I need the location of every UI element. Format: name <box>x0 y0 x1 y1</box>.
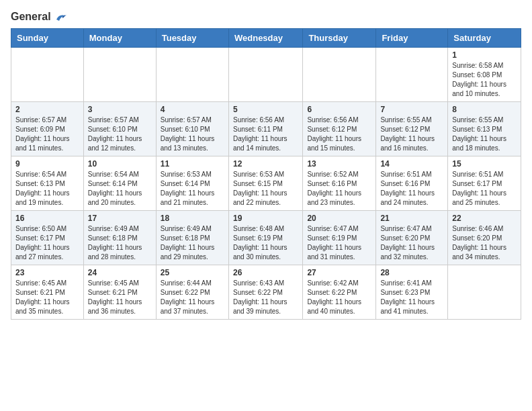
calendar-day-empty <box>448 265 521 319</box>
day-number: 16 <box>15 214 79 223</box>
day-info: Sunrise: 6:54 AM Sunset: 6:14 PM Dayligh… <box>88 170 152 208</box>
day-info: Sunrise: 6:49 AM Sunset: 6:18 PM Dayligh… <box>161 224 224 262</box>
day-info: Sunrise: 6:49 AM Sunset: 6:18 PM Dayligh… <box>88 224 152 262</box>
day-info: Sunrise: 6:51 AM Sunset: 6:16 PM Dayligh… <box>380 170 443 208</box>
calendar-day-empty <box>376 47 448 101</box>
calendar-day-13: 13Sunrise: 6:52 AM Sunset: 6:16 PM Dayli… <box>303 156 376 210</box>
calendar-day-8: 8Sunrise: 6:55 AM Sunset: 6:13 PM Daylig… <box>448 101 521 156</box>
day-info: Sunrise: 6:55 AM Sunset: 6:12 PM Dayligh… <box>380 116 443 153</box>
day-info: Sunrise: 6:51 AM Sunset: 6:17 PM Dayligh… <box>452 170 517 208</box>
calendar-day-25: 25Sunrise: 6:44 AM Sunset: 6:22 PM Dayli… <box>156 265 228 319</box>
day-number: 18 <box>161 214 224 223</box>
calendar-day-18: 18Sunrise: 6:49 AM Sunset: 6:18 PM Dayli… <box>156 210 228 265</box>
day-number: 11 <box>161 159 224 169</box>
day-info: Sunrise: 6:43 AM Sunset: 6:22 PM Dayligh… <box>233 279 298 316</box>
calendar-day-2: 2Sunrise: 6:57 AM Sunset: 6:09 PM Daylig… <box>11 101 84 156</box>
calendar-week-row: 16Sunrise: 6:50 AM Sunset: 6:17 PM Dayli… <box>11 210 521 265</box>
day-info: Sunrise: 6:56 AM Sunset: 6:12 PM Dayligh… <box>307 116 371 153</box>
calendar-day-empty <box>11 47 84 101</box>
calendar-day-15: 15Sunrise: 6:51 AM Sunset: 6:17 PM Dayli… <box>448 156 521 210</box>
day-info: Sunrise: 6:53 AM Sunset: 6:14 PM Dayligh… <box>161 170 224 208</box>
calendar-day-20: 20Sunrise: 6:47 AM Sunset: 6:19 PM Dayli… <box>303 210 376 265</box>
calendar-day-10: 10Sunrise: 6:54 AM Sunset: 6:14 PM Dayli… <box>83 156 156 210</box>
day-number: 9 <box>15 159 79 169</box>
calendar-day-9: 9Sunrise: 6:54 AM Sunset: 6:13 PM Daylig… <box>11 156 84 210</box>
day-info: Sunrise: 6:56 AM Sunset: 6:11 PM Dayligh… <box>233 116 298 153</box>
day-info: Sunrise: 6:58 AM Sunset: 6:08 PM Dayligh… <box>452 61 517 99</box>
day-info: Sunrise: 6:44 AM Sunset: 6:22 PM Dayligh… <box>161 279 224 316</box>
day-number: 6 <box>307 105 371 114</box>
day-number: 1 <box>452 50 517 60</box>
calendar-day-17: 17Sunrise: 6:49 AM Sunset: 6:18 PM Dayli… <box>83 210 156 265</box>
calendar-week-row: 9Sunrise: 6:54 AM Sunset: 6:13 PM Daylig… <box>11 156 521 210</box>
day-number: 5 <box>233 105 298 114</box>
day-number: 17 <box>88 214 152 223</box>
weekday-header-sunday: Sunday <box>11 28 84 47</box>
calendar-week-row: 1Sunrise: 6:58 AM Sunset: 6:08 PM Daylig… <box>11 47 521 101</box>
day-number: 10 <box>88 159 152 169</box>
day-info: Sunrise: 6:53 AM Sunset: 6:15 PM Dayligh… <box>233 170 298 208</box>
calendar-day-23: 23Sunrise: 6:45 AM Sunset: 6:21 PM Dayli… <box>11 265 84 319</box>
calendar-day-4: 4Sunrise: 6:57 AM Sunset: 6:10 PM Daylig… <box>156 101 228 156</box>
calendar-day-28: 28Sunrise: 6:41 AM Sunset: 6:23 PM Dayli… <box>376 265 448 319</box>
day-info: Sunrise: 6:54 AM Sunset: 6:13 PM Dayligh… <box>15 170 79 208</box>
day-number: 13 <box>307 159 371 169</box>
day-info: Sunrise: 6:45 AM Sunset: 6:21 PM Dayligh… <box>88 279 152 316</box>
calendar-day-7: 7Sunrise: 6:55 AM Sunset: 6:12 PM Daylig… <box>376 101 448 156</box>
day-info: Sunrise: 6:42 AM Sunset: 6:22 PM Dayligh… <box>307 279 371 316</box>
calendar-day-empty <box>228 47 302 101</box>
day-number: 26 <box>233 268 298 277</box>
day-number: 24 <box>88 268 152 277</box>
day-number: 20 <box>307 214 371 223</box>
day-info: Sunrise: 6:50 AM Sunset: 6:17 PM Dayligh… <box>15 224 79 262</box>
calendar-day-3: 3Sunrise: 6:57 AM Sunset: 6:10 PM Daylig… <box>83 101 156 156</box>
calendar-day-empty <box>83 47 156 101</box>
day-info: Sunrise: 6:57 AM Sunset: 6:10 PM Dayligh… <box>88 116 152 153</box>
calendar-day-27: 27Sunrise: 6:42 AM Sunset: 6:22 PM Dayli… <box>303 265 376 319</box>
logo: General <box>11 11 67 23</box>
calendar-day-empty <box>156 47 228 101</box>
calendar-day-11: 11Sunrise: 6:53 AM Sunset: 6:14 PM Dayli… <box>156 156 228 210</box>
calendar-day-empty <box>303 47 376 101</box>
calendar-day-19: 19Sunrise: 6:48 AM Sunset: 6:19 PM Dayli… <box>228 210 302 265</box>
day-number: 3 <box>88 105 152 114</box>
day-info: Sunrise: 6:41 AM Sunset: 6:23 PM Dayligh… <box>380 279 443 316</box>
day-info: Sunrise: 6:45 AM Sunset: 6:21 PM Dayligh… <box>15 279 79 316</box>
day-number: 27 <box>307 268 371 277</box>
calendar-day-16: 16Sunrise: 6:50 AM Sunset: 6:17 PM Dayli… <box>11 210 84 265</box>
calendar-day-24: 24Sunrise: 6:45 AM Sunset: 6:21 PM Dayli… <box>83 265 156 319</box>
day-number: 12 <box>233 159 298 169</box>
weekday-header-monday: Monday <box>83 28 156 47</box>
calendar-week-row: 2Sunrise: 6:57 AM Sunset: 6:09 PM Daylig… <box>11 101 521 156</box>
day-number: 7 <box>380 105 443 114</box>
day-info: Sunrise: 6:52 AM Sunset: 6:16 PM Dayligh… <box>307 170 371 208</box>
day-info: Sunrise: 6:48 AM Sunset: 6:19 PM Dayligh… <box>233 224 298 262</box>
day-info: Sunrise: 6:47 AM Sunset: 6:19 PM Dayligh… <box>307 224 371 262</box>
day-number: 25 <box>161 268 224 277</box>
day-number: 15 <box>452 159 517 169</box>
logo-bird-icon <box>55 13 67 22</box>
day-number: 22 <box>452 214 517 223</box>
weekday-header-thursday: Thursday <box>303 28 376 47</box>
calendar-day-14: 14Sunrise: 6:51 AM Sunset: 6:16 PM Dayli… <box>376 156 448 210</box>
day-number: 4 <box>161 105 224 114</box>
day-info: Sunrise: 6:57 AM Sunset: 6:09 PM Dayligh… <box>15 116 79 153</box>
day-info: Sunrise: 6:46 AM Sunset: 6:20 PM Dayligh… <box>452 224 517 262</box>
calendar-header-row: SundayMondayTuesdayWednesdayThursdayFrid… <box>11 28 521 47</box>
calendar-day-5: 5Sunrise: 6:56 AM Sunset: 6:11 PM Daylig… <box>228 101 302 156</box>
weekday-header-wednesday: Wednesday <box>228 28 302 47</box>
day-number: 14 <box>380 159 443 169</box>
calendar-day-22: 22Sunrise: 6:46 AM Sunset: 6:20 PM Dayli… <box>448 210 521 265</box>
day-number: 21 <box>380 214 443 223</box>
day-number: 28 <box>380 268 443 277</box>
calendar-body: 1Sunrise: 6:58 AM Sunset: 6:08 PM Daylig… <box>11 47 521 319</box>
day-info: Sunrise: 6:57 AM Sunset: 6:10 PM Dayligh… <box>161 116 224 153</box>
calendar-day-21: 21Sunrise: 6:47 AM Sunset: 6:20 PM Dayli… <box>376 210 448 265</box>
calendar-table: SundayMondayTuesdayWednesdayThursdayFrid… <box>11 28 521 320</box>
calendar-week-row: 23Sunrise: 6:45 AM Sunset: 6:21 PM Dayli… <box>11 265 521 319</box>
weekday-header-tuesday: Tuesday <box>156 28 228 47</box>
day-number: 19 <box>233 214 298 223</box>
day-info: Sunrise: 6:55 AM Sunset: 6:13 PM Dayligh… <box>452 116 517 153</box>
weekday-header-saturday: Saturday <box>448 28 521 47</box>
calendar-day-1: 1Sunrise: 6:58 AM Sunset: 6:08 PM Daylig… <box>448 47 521 101</box>
